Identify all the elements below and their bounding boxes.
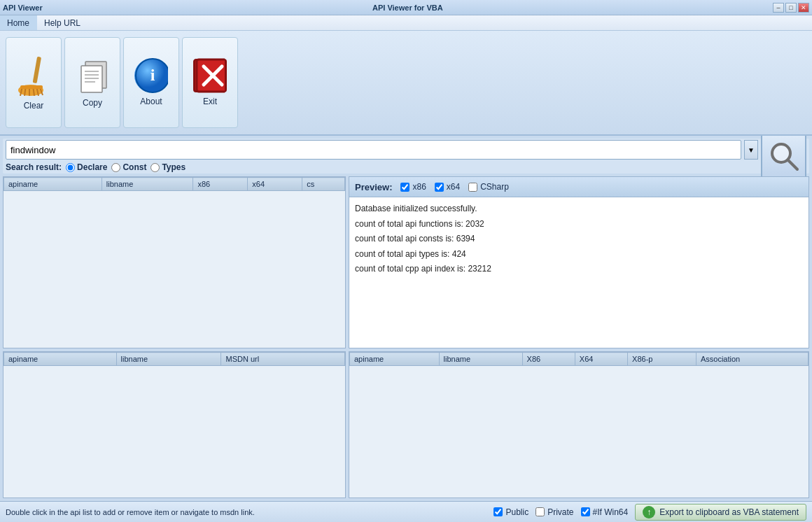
- menu-help-url[interactable]: Help URL: [37, 15, 88, 30]
- search-input-wrap: ▼: [6, 140, 758, 160]
- menu-bar: Home Help URL: [0, 15, 812, 31]
- col-cs: cs: [302, 178, 345, 191]
- col-X86: X86: [522, 353, 575, 366]
- bottom-row: apiname libname MSDN url apiname: [3, 351, 809, 498]
- svg-rect-8: [20, 85, 43, 89]
- search-dropdown-button[interactable]: ▼: [744, 140, 758, 160]
- search-button[interactable]: [761, 136, 806, 179]
- x64-checkbox[interactable]: [435, 183, 444, 192]
- about-icon: i: [134, 59, 168, 92]
- x86-checkbox-label[interactable]: x86: [400, 182, 426, 192]
- clear-label: Clear: [24, 101, 44, 111]
- main-content: ▼ Search result: Declare Const Types: [0, 136, 812, 501]
- radio-const-label[interactable]: Const: [111, 162, 146, 172]
- win64-checkbox[interactable]: [581, 507, 590, 516]
- svg-rect-0: [33, 57, 42, 83]
- radio-types[interactable]: [150, 163, 160, 172]
- status-text: Double click in the api list to add or r…: [6, 508, 255, 516]
- col-libname-3: libname: [439, 353, 522, 366]
- about-button[interactable]: i About: [123, 37, 179, 128]
- title-bar: API Viewer API Viewer for VBA – □ ✕: [0, 0, 812, 15]
- copy-button[interactable]: Copy: [64, 37, 120, 128]
- preview-content: Database initialized successfully.count …: [349, 197, 809, 348]
- toolbar: Clear Copy: [0, 31, 812, 136]
- x64-checkbox-label[interactable]: x64: [435, 182, 460, 192]
- broom-svg: [17, 55, 50, 96]
- win64-checkbox-label[interactable]: #If Win64: [581, 507, 629, 517]
- middle-row: apiname libname x86 x64 cs Preview:: [3, 176, 809, 348]
- public-checkbox[interactable]: [493, 507, 503, 516]
- col-X64: X64: [575, 353, 627, 366]
- csharp-checkbox[interactable]: [468, 183, 477, 192]
- preview-line: count of total api consts is: 6394: [355, 232, 803, 247]
- svg-line-21: [788, 160, 797, 169]
- bottom-right-table[interactable]: apiname libname X86 X64 X86-p Associatio…: [349, 351, 809, 498]
- col-apiname-2: apiname: [4, 353, 117, 366]
- clear-icon: [17, 55, 50, 97]
- minimize-button[interactable]: –: [773, 3, 784, 13]
- preview-line: Database initialized successfully.: [355, 202, 803, 217]
- private-checkbox[interactable]: [536, 507, 545, 516]
- window-controls: – □ ✕: [773, 3, 809, 13]
- col-x86: x86: [193, 178, 248, 191]
- radio-const[interactable]: [111, 163, 120, 172]
- radio-types-label[interactable]: Types: [150, 162, 186, 172]
- menu-home[interactable]: Home: [0, 15, 37, 30]
- app-title-center: API Viewer for VBA: [43, 3, 773, 12]
- col-apiname-3: apiname: [350, 353, 440, 366]
- preview-panel: Preview: x86 x64 CSharp Database initial…: [349, 176, 809, 348]
- search-row: ▼ Search result: Declare Const Types: [3, 139, 809, 174]
- private-checkbox-label[interactable]: Private: [536, 507, 573, 517]
- col-x64: x64: [248, 178, 302, 191]
- restore-button[interactable]: □: [785, 3, 797, 13]
- bottom-left-table[interactable]: apiname libname MSDN url: [3, 351, 346, 498]
- preview-line: count of total cpp api index is: 23212: [355, 262, 803, 277]
- magnifier-icon: [769, 141, 799, 171]
- left-panel: apiname libname x86 x64 cs: [3, 176, 346, 348]
- col-association: Association: [696, 353, 808, 366]
- status-bar: Double click in the api list to add or r…: [0, 501, 812, 522]
- copy-icon: [77, 57, 108, 94]
- col-msdn-url: MSDN url: [221, 353, 345, 366]
- exit-label: Exit: [203, 97, 217, 106]
- public-checkbox-label[interactable]: Public: [493, 507, 528, 517]
- copy-label: Copy: [83, 98, 102, 108]
- radio-declare[interactable]: [66, 163, 75, 172]
- svg-text:i: i: [150, 66, 155, 84]
- export-icon: ↑: [643, 506, 655, 519]
- preview-line: count of total api types is: 424: [355, 247, 803, 262]
- exit-icon: [193, 59, 227, 92]
- preview-title: Preview:: [355, 182, 392, 192]
- search-input[interactable]: [6, 140, 741, 160]
- csharp-checkbox-label[interactable]: CSharp: [468, 182, 509, 192]
- col-X86p: X86-p: [628, 353, 696, 366]
- top-result-table[interactable]: apiname libname x86 x64 cs: [3, 176, 346, 348]
- col-libname-2: libname: [116, 353, 221, 366]
- bottom-left-panel: apiname libname MSDN url: [3, 351, 346, 498]
- radio-declare-label[interactable]: Declare: [66, 162, 107, 172]
- close-button[interactable]: ✕: [798, 3, 809, 13]
- exit-button[interactable]: Exit: [182, 37, 238, 128]
- col-apiname: apiname: [4, 178, 102, 191]
- clear-button[interactable]: Clear: [6, 37, 62, 128]
- x86-checkbox[interactable]: [400, 183, 410, 192]
- about-label: About: [140, 97, 162, 106]
- export-button[interactable]: ↑ Export to clipboard as VBA statement: [635, 504, 806, 521]
- preview-line: count of total api functions is: 2032: [355, 217, 803, 232]
- app-title-left: API Viewer: [3, 3, 43, 12]
- bottom-right-panel: apiname libname X86 X64 X86-p Associatio…: [349, 351, 809, 498]
- preview-header: Preview: x86 x64 CSharp: [349, 176, 809, 197]
- col-libname: libname: [102, 178, 193, 191]
- search-result-label: Search result:: [6, 162, 62, 172]
- status-right: Public Private #If Win64 ↑ Export to cli…: [493, 504, 806, 521]
- export-label: Export to clipboard as VBA statement: [659, 507, 799, 517]
- radio-group: Search result: Declare Const Types: [6, 162, 758, 172]
